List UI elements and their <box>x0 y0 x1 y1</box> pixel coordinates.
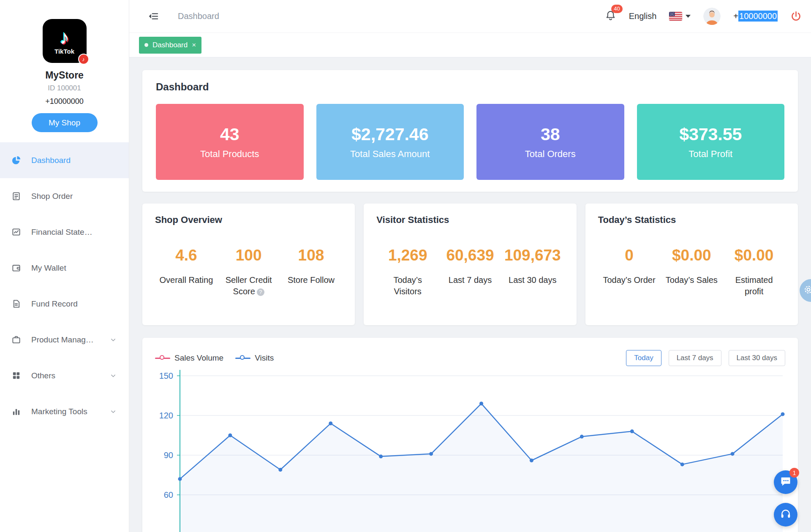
dashboard-summary-card: Dashboard 43 Total Products $2,727.46 To… <box>142 70 798 192</box>
phone-number-selected: 10000000 <box>738 11 778 22</box>
tab-label: Dashboard <box>152 41 188 49</box>
dashboard-pie-icon <box>11 155 21 165</box>
sidebar-item-label: My Wallet <box>31 263 66 273</box>
today-statistics-card: Today’s Statistics 0 Today’s Order $0.00… <box>585 204 798 325</box>
topbar: Dashboard 40 English <box>129 0 811 33</box>
legend-label: Visits <box>255 353 274 363</box>
my-shop-button[interactable]: My Shop <box>32 113 98 132</box>
stat-card-total-orders: 38 Total Orders <box>476 104 624 180</box>
close-icon[interactable]: × <box>192 41 196 49</box>
sidebar-fold-icon[interactable] <box>148 11 159 22</box>
page-title: Dashboard <box>156 81 784 93</box>
stat-label: Today’s Visitors <box>380 274 435 297</box>
language-label[interactable]: English <box>629 11 657 21</box>
stat-value: 0 <box>598 247 661 264</box>
sidebar-item-label: Dashboard <box>31 156 71 165</box>
clipboard-icon <box>11 191 21 201</box>
bar-chart-icon <box>11 407 21 416</box>
stat-label: Overall Rating <box>158 274 214 286</box>
us-flag-icon <box>669 12 682 21</box>
stat-value: $0.00 <box>660 247 723 264</box>
headset-icon <box>780 508 792 521</box>
stat-estimated-profit: $0.00 Estimated profit <box>723 247 785 297</box>
sidebar-item-label: Fund Record <box>31 299 78 309</box>
range-button-last-7-days[interactable]: Last 7 days <box>669 350 721 366</box>
chevron-down-icon <box>109 336 117 344</box>
help-icon[interactable]: ? <box>257 288 264 296</box>
legend-item-visits[interactable]: Visits <box>235 353 274 363</box>
logout-power-icon[interactable] <box>790 11 802 22</box>
stat-value: 100 <box>218 247 280 264</box>
stat-card-total-profit: $373.55 Total Profit <box>637 104 785 180</box>
notification-count-badge: 40 <box>611 5 622 13</box>
sidebar-item-label: Shop Order <box>31 192 73 201</box>
sidebar-item-my-wallet[interactable]: My Wallet <box>0 250 129 286</box>
chat-fab-button[interactable]: 1 <box>774 470 797 494</box>
store-logo: ♪ TikTok ♪ <box>43 19 87 63</box>
line-series-marker-icon <box>155 355 170 361</box>
chart-legend: Sales Volume Visits <box>155 353 274 363</box>
phone-prefix: + <box>733 11 738 21</box>
grid-icon <box>11 371 21 380</box>
stat-label: Today’s Sales <box>664 274 719 286</box>
stat-last-7-days: 60,639 Last 7 days <box>439 247 501 297</box>
stat-todays-sales: $0.00 Today’s Sales <box>660 247 723 297</box>
sidebar-item-marketing-tools[interactable]: Marketing Tools <box>0 394 129 429</box>
sidebar-item-dashboard[interactable]: Dashboard <box>0 142 129 178</box>
stat-label: Total Products <box>200 149 259 160</box>
gear-icon <box>803 284 811 297</box>
legend-item-sales-volume[interactable]: Sales Volume <box>155 353 223 363</box>
stat-label-text: Seller Credit Score <box>226 275 272 296</box>
stat-label: Estimated profit <box>726 274 782 297</box>
sales-visits-chart-card: Sales Volume Visits Today Last 7 days La… <box>142 338 798 532</box>
user-avatar[interactable] <box>703 8 721 25</box>
shop-overview-card: Shop Overview 4.6 Overall Rating 100 Sel… <box>142 204 355 325</box>
sidebar-item-label: Others <box>31 371 55 380</box>
stat-label: Store Follow <box>283 274 339 286</box>
wallet-icon <box>11 263 21 273</box>
svg-text:90: 90 <box>164 451 173 460</box>
chart-box-icon <box>11 227 21 237</box>
svg-text:150: 150 <box>159 371 173 380</box>
sidebar-item-label: Marketing Tools <box>31 407 87 416</box>
svg-text:120: 120 <box>159 411 173 420</box>
language-dropdown[interactable] <box>669 12 691 21</box>
range-button-last-30-days[interactable]: Last 30 days <box>729 350 785 366</box>
card-title: Today’s Statistics <box>598 214 785 225</box>
store-name: MyStore <box>0 70 129 81</box>
support-fab-button[interactable] <box>774 503 797 527</box>
sidebar-item-fund-record[interactable]: Fund Record <box>0 286 129 322</box>
topbar-right: 40 English +10000000 <box>605 8 802 25</box>
tab-active-dot-icon <box>144 43 148 47</box>
store-id: ID 100001 <box>0 84 129 92</box>
sidebar-item-financial-statement[interactable]: Financial State… <box>0 214 129 250</box>
range-button-today[interactable]: Today <box>626 350 661 366</box>
chart-header: Sales Volume Visits Today Last 7 days La… <box>155 350 785 366</box>
sidebar-item-product-manage[interactable]: Product Manag… <box>0 322 129 358</box>
stat-label: Seller Credit Score? <box>221 274 277 297</box>
sidebar-item-shop-order[interactable]: Shop Order <box>0 178 129 214</box>
stat-store-follow: 108 Store Follow <box>280 247 343 297</box>
stat-overall-rating: 4.6 Overall Rating <box>155 247 218 297</box>
user-phone[interactable]: +10000000 <box>733 11 778 21</box>
notifications-button[interactable]: 40 <box>605 10 616 23</box>
card-title: Shop Overview <box>155 214 342 225</box>
stat-seller-credit-score: 100 Seller Credit Score? <box>218 247 280 297</box>
logo-badge-icon: ♪ <box>78 54 89 65</box>
stat-last-30-days: 109,673 Last 30 days <box>501 247 564 297</box>
stat-value: $373.55 <box>679 125 742 144</box>
line-series-marker-icon <box>235 355 250 361</box>
sidebar: ♪ TikTok ♪ MyStore ID 100001 +10000000 M… <box>0 0 129 532</box>
stat-label: Today’s Order <box>601 274 657 286</box>
chat-bubble-icon <box>780 475 792 489</box>
stat-value: 1,269 <box>376 247 439 264</box>
caret-down-icon <box>686 15 691 18</box>
content: Dashboard 43 Total Products $2,727.46 To… <box>129 57 811 532</box>
stat-value: 109,673 <box>501 247 564 264</box>
tab-dashboard[interactable]: Dashboard × <box>139 37 201 54</box>
stat-todays-visitors: 1,269 Today’s Visitors <box>376 247 439 297</box>
stat-label: Last 7 days <box>442 274 498 286</box>
sidebar-nav: Dashboard Shop Order Financial State… My… <box>0 142 129 429</box>
visitor-statistics-card: Visitor Statistics 1,269 Today’s Visitor… <box>364 204 576 325</box>
sidebar-item-others[interactable]: Others <box>0 358 129 394</box>
